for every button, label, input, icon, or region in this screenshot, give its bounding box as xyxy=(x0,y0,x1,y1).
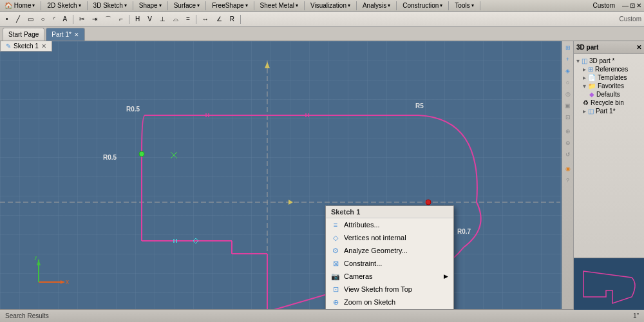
panel-icon-1[interactable]: ⊞ xyxy=(563,43,573,53)
home-menu[interactable]: 🏠 Home ▾ xyxy=(3,2,37,9)
dim-tool[interactable]: ↔ xyxy=(199,13,212,26)
tree-defaults-icon: ◆ xyxy=(589,91,594,98)
restore-btn[interactable]: ⊡ xyxy=(630,2,635,9)
tree-references[interactable]: ▸ ⊞ References xyxy=(576,65,641,73)
menu-attributes[interactable]: ≡ Attributes... xyxy=(326,218,453,231)
tree-defaults[interactable]: ◆ Defaults xyxy=(576,90,641,99)
rect-tool[interactable]: ▭ xyxy=(24,13,37,26)
panel-icon-4[interactable]: ○ xyxy=(563,77,573,88)
panel-icon-10[interactable]: ↺ xyxy=(563,149,573,160)
angle-tool[interactable]: ∠ xyxy=(213,13,225,26)
menu-vertices-not-internal[interactable]: ◇ Vertices not internal xyxy=(326,231,453,244)
visualization-menu[interactable]: Visualization▾ xyxy=(308,2,352,9)
panel-icon-9[interactable]: ⊖ xyxy=(563,138,573,148)
2dsketch-menu[interactable]: 2D Sketch▾ xyxy=(45,2,82,9)
line-tool[interactable]: ╱ xyxy=(13,13,23,26)
attributes-icon: ≡ xyxy=(331,220,340,229)
label-r05-left: R0.5 xyxy=(103,154,117,161)
panel-tree: ▾ ◫ 3D part * ▸ ⊞ References ▸ 📄 Templat… xyxy=(574,54,644,258)
extend-tool[interactable]: ⇥ xyxy=(89,13,100,26)
text-tool[interactable]: A xyxy=(60,13,71,26)
svg-line-16 xyxy=(171,152,177,158)
constraint-vert[interactable]: V xyxy=(144,13,155,26)
panel-close-icon[interactable]: ✕ xyxy=(636,44,641,51)
panel-header: 3D part ✕ xyxy=(574,41,644,54)
menu-view-sketch[interactable]: ⊡ View Sketch from Top xyxy=(326,283,453,296)
sketch-canvas[interactable]: ✎ Sketch 1 ✕ xyxy=(0,41,562,309)
label-r5-right: R5 xyxy=(415,102,424,109)
menu-constraint[interactable]: ⊠ Constraint... xyxy=(326,257,453,270)
menu-section1-header: Sketch 1 xyxy=(326,206,453,218)
right-tree-panel: 3D part ✕ ▾ ◫ 3D part * ▸ ⊞ References xyxy=(573,41,644,309)
svg-line-15 xyxy=(171,152,177,158)
zoom-sketch-icon: ⊕ xyxy=(331,298,340,307)
tree-3dpart[interactable]: ▾ ◫ 3D part * xyxy=(576,57,641,65)
tree-ref-icon: ⊞ xyxy=(588,66,593,73)
point-tool[interactable]: • xyxy=(3,13,12,26)
svg-point-19 xyxy=(426,200,431,205)
tree-recycle-label: Recycle bin xyxy=(591,99,624,106)
panel-icon-7[interactable]: ⊡ xyxy=(563,112,573,122)
svg-marker-24 xyxy=(61,280,64,284)
tree-favorites[interactable]: ▾ 📁 Favorites xyxy=(576,82,641,90)
panel-icon-8[interactable]: ⊕ xyxy=(563,126,573,137)
minimize-btn[interactable]: — xyxy=(622,2,629,9)
menu-analyze-label: Analyze Geometry... xyxy=(344,247,408,254)
construction-menu[interactable]: Construction▾ xyxy=(401,2,444,9)
menu-cameras[interactable]: 📷 Cameras ▶ xyxy=(326,270,453,283)
tree-defaults-label: Defaults xyxy=(596,91,620,98)
constraint-horiz[interactable]: H xyxy=(132,13,143,26)
panel-icon-3[interactable]: ◈ xyxy=(563,66,573,76)
surface-menu[interactable]: Surface▾ xyxy=(172,2,202,9)
panel-icon-2[interactable]: + xyxy=(563,54,573,64)
tab-part1-close[interactable]: ✕ xyxy=(74,32,79,38)
3dsketch-menu[interactable]: 3D Sketch▾ xyxy=(91,2,129,9)
custom-menu[interactable]: Custom xyxy=(591,2,617,9)
tree-ref-expander: ▸ xyxy=(583,66,586,73)
arc-tool[interactable]: ◜ xyxy=(50,13,59,26)
tree-recycle-bin[interactable]: ♻ Recycle bin xyxy=(576,99,641,107)
tree-fav-expander: ▾ xyxy=(583,82,586,90)
constraint-equal[interactable]: = xyxy=(183,13,193,26)
panel-icon-5[interactable]: ◎ xyxy=(563,89,573,99)
tree-part1[interactable]: ▸ ◫ Part 1* xyxy=(576,107,641,115)
radius-tool[interactable]: R xyxy=(227,13,238,26)
sketch-lines-svg xyxy=(0,41,562,309)
top-menu-bar: 🏠 Home ▾ 2D Sketch▾ 3D Sketch▾ Shape▾ Su… xyxy=(0,0,644,12)
tab-part1[interactable]: Part 1* ✕ xyxy=(46,28,85,41)
main-area: ✎ Sketch 1 ✕ xyxy=(0,41,644,309)
freeshape-menu[interactable]: FreeShape▾ xyxy=(210,2,249,9)
tree-part1-expander: ▸ xyxy=(583,108,586,115)
sep9 xyxy=(396,1,397,10)
analysis-menu[interactable]: Analysis▾ xyxy=(361,2,392,9)
tree-tmpl-label: Templates xyxy=(598,74,627,81)
tree-3dpart-expander: ▾ xyxy=(576,57,580,64)
sketch-tab-label: Sketch 1 xyxy=(14,43,39,50)
svg-text:x: x xyxy=(66,278,69,285)
close-btn[interactable]: ✕ xyxy=(636,2,641,9)
panel-icon-12[interactable]: ? xyxy=(563,175,573,185)
fillet-tool[interactable]: ⌒ xyxy=(102,13,115,26)
panel-icon-6[interactable]: ▣ xyxy=(563,100,573,111)
constraint-tang[interactable]: ⌓ xyxy=(170,13,182,26)
sketch-tab-close[interactable]: ✕ xyxy=(41,43,46,50)
trim-tool[interactable]: ✂ xyxy=(76,13,88,26)
tree-fav-label: Favorites xyxy=(598,82,624,90)
circle-tool[interactable]: ○ xyxy=(38,13,48,26)
home-label: 🏠 Home xyxy=(5,2,31,9)
tools-menu[interactable]: Tools▾ xyxy=(453,2,475,9)
chamfer-tool[interactable]: ⌐ xyxy=(116,13,126,26)
menu-analyze-geometry[interactable]: ⚙ Analyze Geometry... xyxy=(326,244,453,257)
menu-constraint-label: Constraint... xyxy=(344,260,382,267)
tree-templates[interactable]: ▸ 📄 Templates xyxy=(576,73,641,82)
sep8 xyxy=(356,1,357,10)
sheetmetal-menu[interactable]: Sheet Metal▾ xyxy=(258,2,300,9)
menu-cameras-label: Cameras xyxy=(344,272,373,280)
menu-zoom-sketch[interactable]: ⊕ Zoom on Sketch xyxy=(326,296,453,308)
panel-icon-11[interactable]: ◉ xyxy=(563,164,573,174)
svg-marker-17 xyxy=(289,200,293,205)
constraint-perp[interactable]: ⊥ xyxy=(156,13,169,26)
shape-menu[interactable]: Shape▾ xyxy=(137,2,164,9)
tab-start-page[interactable]: Start Page xyxy=(3,28,44,41)
right-icon-strip: ⊞ + ◈ ○ ◎ ▣ ⊡ ⊕ ⊖ ↺ ◉ ? xyxy=(562,41,573,309)
